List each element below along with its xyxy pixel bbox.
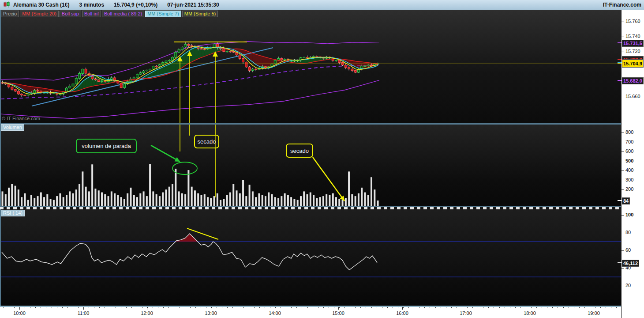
- volume-chart-canvas[interactable]: [1, 125, 621, 206]
- volume-bar: [200, 195, 202, 206]
- time-minor-tick: [174, 307, 174, 308]
- time-minor-tick: [499, 307, 500, 308]
- price-pane[interactable]: [0, 10, 621, 123]
- time-minor-tick: [291, 307, 292, 308]
- time-minor-tick: [57, 307, 57, 308]
- time-minor-tick: [232, 307, 233, 308]
- time-minor-tick: [430, 307, 430, 308]
- time-minor-tick: [579, 307, 580, 308]
- time-minor-tick: [180, 307, 180, 308]
- volume-bar: [338, 199, 340, 206]
- volume-rsi-resize-handle[interactable]: [0, 207, 621, 209]
- rsi-pane[interactable]: [0, 209, 621, 306]
- volume-bar: [94, 189, 96, 206]
- time-minor-tick: [265, 307, 265, 308]
- time-minor-tick: [211, 307, 212, 308]
- volume-bar: [104, 194, 106, 206]
- price-volume-divider[interactable]: [0, 123, 621, 125]
- time-minor-tick: [488, 307, 489, 308]
- time-minor-tick: [563, 307, 564, 308]
- legend-chip-boll-sup[interactable]: Boll sup: [60, 11, 81, 17]
- volume-bar: [249, 185, 251, 206]
- time-minor-tick: [153, 307, 153, 308]
- price-axis-label: 15.740: [625, 34, 640, 39]
- price-axis-tick: [622, 37, 624, 37]
- rsi-axis-label: 20: [625, 283, 631, 288]
- time-minor-tick: [281, 307, 281, 308]
- time-minor-tick: [270, 307, 270, 308]
- legend-chip-precio[interactable]: Precio: [1, 11, 19, 17]
- legend-chip-boll-inf[interactable]: Boll inf: [82, 11, 101, 17]
- volume-bar: [2, 191, 4, 206]
- time-minor-tick: [355, 307, 356, 308]
- time-minor-tick: [408, 307, 409, 308]
- volume-bar: [91, 164, 93, 206]
- green-arrow-annotation[interactable]: [151, 145, 180, 162]
- time-minor-tick: [227, 307, 228, 308]
- mm20-badge-connector: [618, 59, 622, 60]
- volume-badge: 84: [622, 197, 630, 204]
- volume-axis-tick: [622, 151, 624, 152]
- volume-bar: [101, 193, 103, 206]
- annotation-box-volumen-de-parada[interactable]: volumen de parada: [76, 139, 137, 153]
- time-minor-tick: [259, 307, 260, 308]
- volume-bar: [277, 198, 279, 206]
- time-minor-tick: [552, 307, 553, 308]
- time-minor-tick: [515, 307, 516, 308]
- time-axis[interactable]: 10:0011:0012:0013:0014:0015:0016:0017:00…: [0, 307, 621, 318]
- volume-bar: [69, 191, 71, 206]
- volume-bar: [98, 190, 100, 206]
- time-minor-tick: [606, 307, 606, 308]
- time-hour-tick: [466, 307, 466, 310]
- volume-bar: [159, 196, 161, 206]
- volume-bar: [293, 199, 295, 206]
- time-label: 15:00: [332, 310, 344, 316]
- time-minor-tick: [318, 307, 318, 308]
- time-minor-tick: [505, 307, 505, 308]
- time-minor-tick: [323, 307, 324, 308]
- boll-inf-badge: 15.682,0: [622, 77, 644, 84]
- volume-bar: [281, 196, 282, 206]
- volume-bar: [332, 193, 334, 206]
- volume-bar: [56, 196, 58, 206]
- annotation-ellipse[interactable]: [172, 162, 197, 174]
- last-price-badge-connector: [618, 63, 622, 64]
- volume-bar: [213, 196, 215, 206]
- time-minor-tick: [403, 307, 404, 308]
- time-minor-tick: [158, 307, 158, 308]
- volume-bar: [85, 187, 87, 206]
- time-minor-tick: [249, 307, 249, 308]
- legend-chip-boll-media-89-2-[interactable]: Boll media ( 89 2): [102, 11, 144, 17]
- time-minor-tick: [201, 307, 201, 308]
- volume-pane[interactable]: [0, 125, 621, 206]
- annotation-box-secado-2[interactable]: secado: [286, 144, 313, 158]
- rsi-chart-canvas[interactable]: [1, 209, 621, 306]
- price-chart-canvas[interactable]: [1, 10, 621, 123]
- legend-chip-mm-simple-20-[interactable]: MM (Simple 20): [20, 11, 59, 17]
- volume-bar: [358, 193, 359, 206]
- volume-bar: [335, 197, 337, 206]
- volume-indicator-label[interactable]: Volumen: [1, 124, 24, 131]
- time-hour-tick: [402, 307, 403, 310]
- volume-bar: [15, 186, 16, 206]
- legend-chip-mm-simple-7-[interactable]: MM (Simple 7): [145, 11, 181, 17]
- time-minor-tick: [393, 307, 393, 308]
- legend-chip-mm-simple-5-[interactable]: MM (Simple 5): [182, 11, 218, 17]
- volume-bar: [220, 200, 221, 206]
- time-minor-tick: [371, 307, 372, 308]
- time-minor-tick: [387, 307, 388, 308]
- rsi-indicator-label[interactable]: RSI ( 14): [1, 210, 25, 216]
- volume-bar: [34, 198, 35, 206]
- time-minor-tick: [616, 307, 617, 308]
- volume-bar: [326, 194, 327, 206]
- time-minor-tick: [462, 307, 462, 308]
- time-hour-tick: [211, 307, 211, 310]
- time-minor-tick: [296, 307, 297, 308]
- yellow-arrow-annotation[interactable]: [313, 157, 344, 201]
- time-minor-tick: [217, 307, 217, 308]
- trendline[interactable]: [32, 48, 273, 106]
- volume-bar: [124, 199, 125, 206]
- annotation-box-secado-1[interactable]: secado: [194, 135, 219, 148]
- time-minor-tick: [467, 307, 468, 308]
- volume-bar: [136, 197, 138, 206]
